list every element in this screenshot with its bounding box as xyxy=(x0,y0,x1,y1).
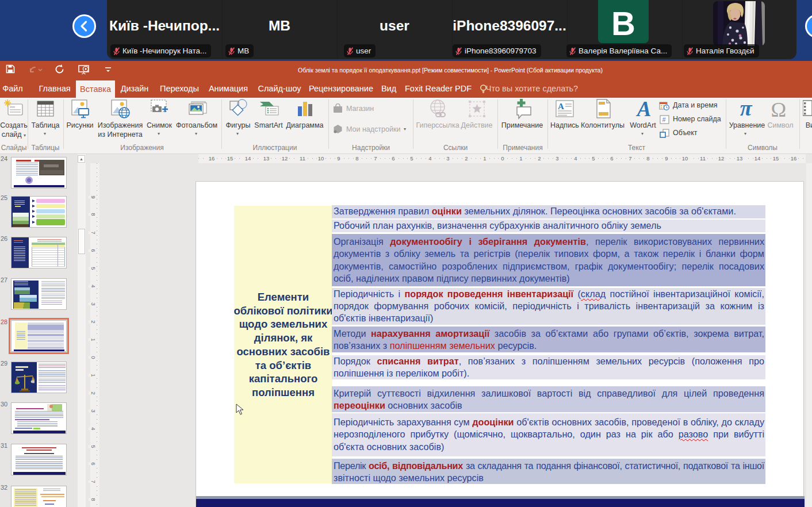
svg-text:#: # xyxy=(662,116,667,123)
svg-text:A: A xyxy=(558,102,564,111)
